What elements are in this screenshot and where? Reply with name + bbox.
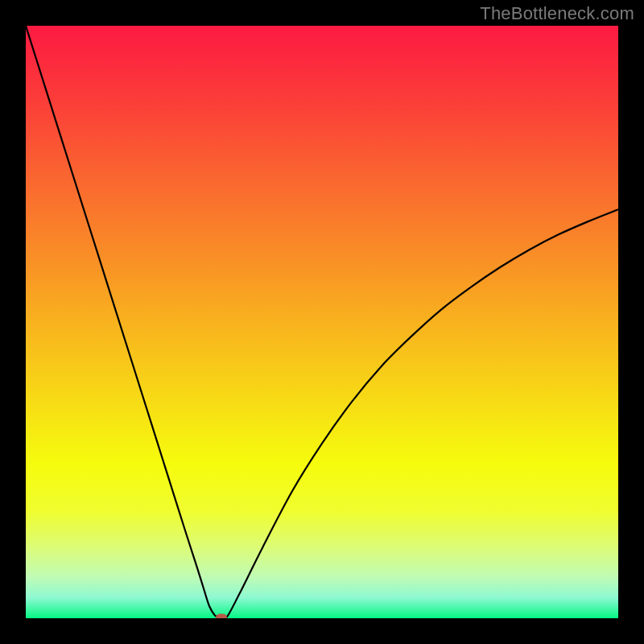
- bottleneck-curve: [26, 26, 618, 618]
- optimal-point-marker: [216, 614, 227, 619]
- curve-layer: [26, 26, 618, 618]
- plot-area: [26, 26, 618, 618]
- chart-canvas: TheBottleneck.com: [0, 0, 644, 644]
- watermark-text: TheBottleneck.com: [480, 3, 634, 24]
